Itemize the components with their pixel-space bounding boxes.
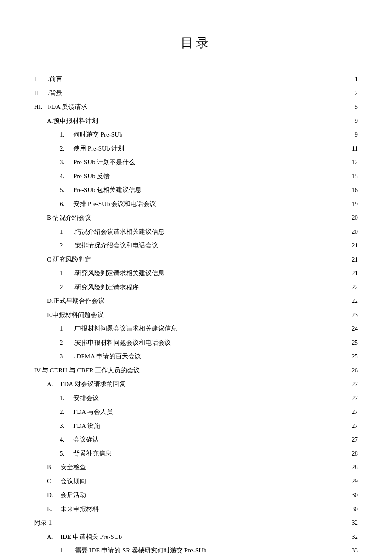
toc-entry-page: 12 [349,156,358,169]
toc-entry-label: 会议期间 [61,475,86,488]
toc-entry-prefix: 1 [60,267,73,279]
toc-entry-label: .需要 IDE 申请的 SR 器械研究何时递交 Pre-SUb [73,544,207,555]
toc-entry-prefix: 2 [60,281,73,293]
toc-entry-page: 11 [349,142,358,155]
toc-entry: 3.Pre-SUb 计划不是什么12 [34,156,358,169]
toc-entry-prefix: 4. [60,170,73,183]
toc-entry-prefix: 1 [60,544,73,555]
toc-entry-prefix: 2 [60,239,73,252]
toc-entry-label: FDA 设施 [73,420,100,432]
toc-entry: 6.安排 Pre-SUb 会议和电话会议19 [34,198,358,210]
toc-entry-label: .安排申报材料问题会议和电话会议 [73,337,171,349]
toc-entry-label: Pre-SUb 计划不是什么 [73,156,135,169]
toc-entry: 2.安排情况介绍会议和电话会议21 [34,239,358,252]
toc-entry-page: 30 [349,489,358,501]
toc-entry-label: .前言 [48,73,62,85]
toc-entry-prefix: 2 [60,337,73,349]
toc-entry: 2.FDA 与会人员27 [34,406,358,418]
toc-entry-page: 25 [349,350,358,363]
toc-entry-page: 26 [349,364,358,377]
toc-entry: 5.背景补充信息28 [34,447,358,460]
toc-entry-label: 何时递交 Pre-SUb [73,128,122,141]
toc-entry-prefix: 3. [60,156,73,169]
toc-entry: D.正式早期合作会议22 [34,295,358,307]
toc-entry-label: 附录 1 [34,517,52,529]
toc-entry-label: .情况介绍会议请求相关建议信息 [73,226,164,238]
toc-entry-page: 25 [349,337,358,349]
toc-entry-page: 20 [349,226,358,238]
toc-entry-label: .背景 [48,87,62,99]
toc-entry-label: 背景补充信息 [73,447,112,460]
toc-entry-page: 9 [349,128,358,141]
toc-entry-page: 9 [349,115,358,127]
toc-entry-label: 会后活动 [61,489,86,501]
toc-entry-prefix: HI. [34,101,48,113]
toc-entry-page: 15 [349,170,358,183]
toc-entry-label: 安排 Pre-SUb 会议和电话会议 [73,198,156,210]
toc-entry-label: IDE 申请相关 Pre-SUb [61,531,122,543]
toc-entry-label: B.情况介绍会议 [47,212,91,224]
toc-entry-label: 使用 Pre-SUb 计划 [73,142,124,155]
toc-entry-page: 22 [349,295,358,307]
toc-entry-page: 27 [349,433,358,446]
toc-entry: 1.情况介绍会议请求相关建议信息20 [34,226,358,238]
toc-entry-label: E.申报材料问题会议 [47,309,104,321]
toc-entry: B.安全检查28 [34,461,358,474]
toc-entry-label: Pre-SUb 包相关建议信息 [73,184,141,196]
toc-entry-page: 21 [349,239,358,252]
toc-entry-prefix: 5. [60,184,73,196]
toc-entry-prefix: A. [47,531,61,543]
toc-entry: E.未来申报材料30 [34,503,358,515]
toc-entry-page: 33 [349,544,358,555]
toc-entry-prefix: 1 [60,323,73,335]
toc-entry: 4.Pre-SUb 反馈15 [34,170,358,183]
toc-entry: D.会后活动30 [34,489,358,501]
toc-entry-label: IV.与 CDRH 与 CBER 工作人员的会议 [34,364,140,377]
toc-entry-label: A.预申报材料计划 [47,115,98,127]
toc-entry-prefix: 1. [60,392,73,404]
toc-entry: 1.研究风险判定请求相关建议信息21 [34,267,358,279]
toc-entry-prefix: D. [47,489,61,501]
toc-entry-page: 27 [349,406,358,418]
toc-entry-prefix: 1 [60,226,73,238]
table-of-contents: I.前言1II.背景2HI.FDA 反馈请求5A.预申报材料计划91.何时递交 … [34,73,358,555]
toc-entry-prefix: C. [47,475,61,488]
toc-entry-prefix: I [34,73,48,85]
toc-entry-page: 27 [349,420,358,432]
toc-entry-page: 2 [349,87,358,99]
toc-entry-page: 1 [349,73,358,85]
toc-entry: A.预申报材料计划9 [34,115,358,127]
toc-entry-label: FDA 对会议请求的回复 [61,378,126,390]
toc-entry-page: 30 [349,503,358,515]
toc-entry-label: .研究风险判定请求相关建议信息 [73,267,164,279]
toc-entry: 2.研究风险判定请求程序22 [34,281,358,293]
toc-entry: HI.FDA 反馈请求5 [34,101,358,113]
toc-entry-prefix: 6. [60,198,73,210]
toc-entry-page: 27 [349,392,358,404]
toc-entry: 2.使用 Pre-SUb 计划11 [34,142,358,155]
toc-entry-prefix: 4. [60,433,73,446]
toc-entry-page: 27 [349,378,358,390]
toc-entry-label: FDA 与会人员 [73,406,113,418]
toc-entry-label: . DPMA 申请的百天会议 [73,350,141,363]
toc-entry: C.会议期间29 [34,475,358,488]
toc-entry: B.情况介绍会议20 [34,212,358,224]
toc-entry-label: Pre-SUb 反馈 [73,170,110,183]
toc-entry: 1.安排会议27 [34,392,358,404]
toc-entry-label: .安排情况介绍会议和电话会议 [73,239,158,252]
toc-entry-label: 会议确认 [73,433,99,446]
toc-entry-label: D.正式早期合作会议 [47,295,104,307]
toc-entry: A.FDA 对会议请求的回复27 [34,378,358,390]
toc-entry-page: 16 [349,184,358,196]
toc-entry-label: 安排会议 [73,392,99,404]
toc-entry-prefix: II [34,87,48,99]
toc-entry-prefix: 2. [60,406,73,418]
toc-entry-page: 22 [349,281,358,293]
toc-entry-prefix: 5. [60,447,73,460]
toc-entry-page: 28 [349,461,358,474]
toc-entry: 3.FDA 设施27 [34,420,358,432]
toc-entry-prefix: B. [47,461,61,474]
toc-entry-label: C.研究风险判定 [47,253,91,266]
toc-entry: 3. DPMA 申请的百天会议25 [34,350,358,363]
toc-entry-prefix: E. [47,503,61,515]
